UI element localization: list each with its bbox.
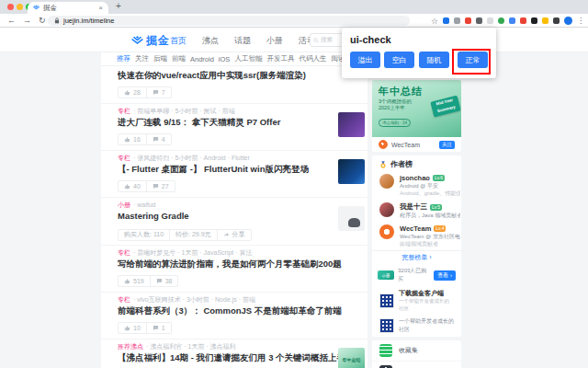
promo-button[interactable]: 查看 › xyxy=(434,270,456,281)
like-button[interactable]: 16 xyxy=(119,134,147,144)
new-tab-button[interactable]: + xyxy=(116,1,121,11)
article-title[interactable]: 快速在你的vue/react应用中实现ssr(服务端渲染) xyxy=(118,70,347,80)
nav-item-home[interactable]: 首页 xyxy=(170,35,187,47)
booklet-promo[interactable]: 小册 3203人已购买 查看 › xyxy=(372,264,461,286)
article-thumbnail[interactable]: 年中总结 xyxy=(338,348,365,368)
article-row[interactable]: 专栏 · 张风捷特烈 · 5小时前 · Android · Flutter 【-… xyxy=(101,151,368,198)
juejin-logo-icon xyxy=(131,36,143,46)
like-button[interactable]: 519 xyxy=(119,276,151,286)
extension-icon[interactable] xyxy=(443,17,449,24)
extension-icon[interactable] xyxy=(465,17,471,24)
author-item[interactable]: jsonchaoLv.6 Android @ 平安 Android、gradle… xyxy=(372,171,461,200)
author-name[interactable]: WecTeam xyxy=(400,224,431,233)
overflow-button[interactable]: 溢出 xyxy=(350,52,380,68)
ad-banner[interactable]: 年中总结 3个词概括你的 2020上半年 沸点福利 · 14 Mid-YearS… xyxy=(372,80,461,137)
article-thumbnail[interactable] xyxy=(338,159,365,184)
article-title[interactable]: 前端科普系列（3）： CommonJS 不是前端却革命了前端 xyxy=(118,305,347,316)
extension-icon[interactable] xyxy=(476,17,482,24)
article-row[interactable]: 推荐沸点 · 沸点福利官 · 1天前 · 沸点福利 【沸点福利】14期 - 我们… xyxy=(101,339,368,368)
category-tag[interactable]: 专栏 xyxy=(118,249,130,257)
comment-button[interactable]: 27 xyxy=(147,181,175,191)
article-title[interactable]: Mastering Gradle xyxy=(118,211,347,221)
blank-button[interactable]: 空白 xyxy=(384,52,414,68)
advertiser-name[interactable]: WecTeam xyxy=(391,142,435,148)
comment-button[interactable]: 4 xyxy=(147,134,171,144)
minimize-window-button[interactable] xyxy=(17,4,23,10)
article-title[interactable]: 进大厂连载 9/15： 拿下天猫精灵 P7 Offer xyxy=(118,117,347,127)
random-button[interactable]: 随机 xyxy=(419,52,449,68)
profile-avatar[interactable] xyxy=(564,17,572,25)
category-tag[interactable]: 专栏 xyxy=(118,296,130,304)
nav-item-pins[interactable]: 沸点 xyxy=(202,35,219,47)
subnav-item-recommended[interactable]: 推荐 xyxy=(117,54,130,63)
like-button[interactable]: 40 xyxy=(119,181,147,191)
extension-icon[interactable] xyxy=(498,17,504,24)
extension-icon[interactable] xyxy=(531,17,537,24)
author-name[interactable]: 我是十三 xyxy=(400,202,427,212)
address-bar[interactable]: juejin.im/timeline xyxy=(48,16,410,26)
nav-item-topics[interactable]: 话题 xyxy=(234,35,251,47)
comment-count: 4 xyxy=(162,136,165,143)
article-row[interactable]: 小册 · walfud Mastering Gradle 购买人数: 110 特… xyxy=(101,198,368,246)
author-item[interactable]: WecTeamLv.4 WecTeam @ 京东社区电商… 前端领域贡献者 xyxy=(372,222,461,250)
close-window-button[interactable] xyxy=(7,4,14,10)
category-tag[interactable]: 推荐沸点 xyxy=(118,343,143,351)
search-input[interactable]: 搜索 xyxy=(310,33,345,47)
category-tag[interactable]: 专栏 xyxy=(118,108,130,115)
article-thumbnail[interactable] xyxy=(338,206,365,231)
like-button[interactable]: 28 xyxy=(119,87,147,98)
url-text: juejin.im/timeline xyxy=(63,17,114,25)
tab-close-icon[interactable]: × xyxy=(98,4,103,12)
extension-icon[interactable] xyxy=(509,17,515,24)
comment-count: 27 xyxy=(162,183,169,190)
subnav-item-backend[interactable]: 后端 xyxy=(153,54,167,63)
article-meta: 专栏 · 晨曦时梦见兮 · 1天前 · JavaScript · 算法 xyxy=(118,249,356,257)
extension-icon[interactable] xyxy=(487,17,493,24)
article-title[interactable]: 【沸点福利】14期 - 我们邀请掘友们用 3 个关键词概括上半年 xyxy=(118,352,347,362)
subnav-item-ios[interactable]: iOS xyxy=(219,55,231,63)
like-count: 28 xyxy=(133,89,141,96)
article-row[interactable]: 快速在你的vue/react应用中实现ssr(服务端渲染) 28 7 xyxy=(101,66,368,104)
subnav-item-android[interactable]: Android xyxy=(190,55,214,63)
article-title[interactable]: 【- Flutter 桌面篇 -】 FlutterUnit win版闪亮登场 xyxy=(118,164,347,174)
subnav-item-frontend[interactable]: 前端 xyxy=(172,54,186,63)
category-tag[interactable]: 小册 xyxy=(118,201,130,209)
bookmark-star-icon[interactable]: ☆ xyxy=(431,17,438,26)
juejin-logo[interactable]: 掘金 xyxy=(131,33,170,49)
feature-collections[interactable]: 收藏集 xyxy=(372,340,461,362)
nav-item-books[interactable]: 小册 xyxy=(266,35,283,47)
back-icon[interactable]: ← xyxy=(7,14,16,27)
article-row[interactable]: 专栏 · vivo互联网技术 · 3小时前 · Node.js · 前端 前端科… xyxy=(101,293,368,339)
extension-icon[interactable] xyxy=(542,17,548,24)
forward-icon[interactable]: → xyxy=(23,14,31,27)
browser-tab[interactable]: 掘金 × xyxy=(28,2,108,14)
like-button[interactable]: 10 xyxy=(119,323,147,333)
reload-icon[interactable]: ↻ xyxy=(39,14,46,27)
browser-menu-icon[interactable]: ⋮ xyxy=(577,17,584,25)
extension-icon[interactable] xyxy=(454,17,460,24)
article-thumbnail[interactable] xyxy=(338,112,365,137)
extension-icon[interactable] xyxy=(520,17,526,24)
avatar xyxy=(379,202,394,217)
feature-guide[interactable]: 掘金社区资源指南 xyxy=(372,362,461,368)
subnav-item-ai[interactable]: 人工智能 xyxy=(234,54,262,63)
author-desc: Android @ 平安 xyxy=(400,182,460,190)
article-title[interactable]: 写给前端的算法进阶指南，我是如何两个月零基础刷200题 xyxy=(118,259,347,269)
comment-count: 7 xyxy=(162,89,165,96)
follow-button[interactable]: 关注 xyxy=(439,141,455,149)
category-tag[interactable]: 专栏 xyxy=(118,155,130,162)
comment-button[interactable]: 7 xyxy=(147,87,171,98)
author-name[interactable]: jsonchao xyxy=(400,174,430,182)
author-item[interactable]: 我是十三Lv.5 程序员，Java 领域贡献者 xyxy=(372,200,461,222)
full-ranking-link[interactable]: 完整榜单 › xyxy=(372,250,461,264)
share-button[interactable]: 分享 xyxy=(218,230,251,240)
comment-button[interactable]: 38 xyxy=(151,276,178,286)
subnav-item-following[interactable]: 关注 xyxy=(135,54,149,63)
subnav-item-devtools[interactable]: 开发工具 xyxy=(266,54,294,63)
comment-button[interactable]: 1 xyxy=(147,323,171,333)
subnav-item-career[interactable]: 代码人生 xyxy=(299,54,326,63)
extension-icon[interactable] xyxy=(553,17,560,24)
collections-icon xyxy=(379,344,392,357)
article-row[interactable]: 专栏 · 晨曦时梦见兮 · 1天前 · JavaScript · 算法 写给前端… xyxy=(101,246,368,293)
article-row[interactable]: 专栏 · 前端早早聊 · 5小时前 · 面试 · 前端 进大厂连载 9/15： … xyxy=(101,104,368,151)
